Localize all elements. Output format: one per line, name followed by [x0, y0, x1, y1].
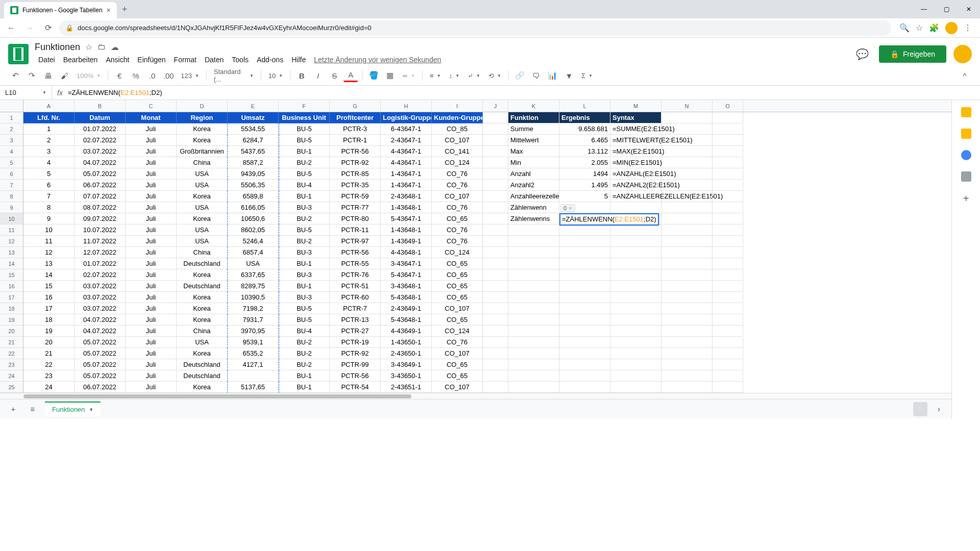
cell[interactable]: 6337,65 [228, 269, 279, 281]
cell[interactable] [483, 191, 508, 202]
cell[interactable] [559, 269, 610, 281]
cell[interactable]: CO_65 [432, 370, 483, 382]
cell[interactable]: CO_107 [432, 382, 483, 393]
cell[interactable]: CO_124 [432, 157, 483, 168]
cell[interactable]: 2-43651-1 [381, 382, 432, 393]
cell[interactable]: Summe [508, 123, 559, 135]
col-header-B[interactable]: B [75, 100, 126, 112]
cell[interactable]: BU-4 [279, 325, 330, 337]
cell[interactable]: Juli [126, 359, 177, 370]
cell[interactable] [610, 258, 662, 269]
zoom-select[interactable]: 100%▼ [74, 69, 104, 82]
cell[interactable] [508, 325, 559, 337]
cell[interactable] [713, 168, 743, 180]
cell[interactable]: Juli [126, 325, 177, 337]
tasks-icon[interactable] [961, 150, 971, 160]
menu-ansicht[interactable]: Ansicht [102, 54, 133, 66]
cell[interactable]: 6284,7 [228, 135, 279, 146]
cell[interactable]: Deutschland [177, 359, 228, 370]
cell[interactable]: PCTR-19 [330, 337, 381, 348]
cell[interactable]: 9539,1 [228, 337, 279, 348]
cell[interactable]: BU-5 [279, 314, 330, 325]
cell[interactable]: Juli [126, 191, 177, 202]
bold-button[interactable]: B [295, 69, 309, 82]
cell[interactable]: BU-3 [279, 202, 330, 213]
cell[interactable]: Juli [126, 258, 177, 269]
cell[interactable] [508, 359, 559, 370]
cell[interactable]: 3-43650-1 [381, 370, 432, 382]
cell[interactable] [713, 359, 743, 370]
cell[interactable]: Lfd. Nr. [23, 112, 75, 123]
browser-menu-icon[interactable]: ⋮ [964, 23, 972, 33]
text-color-button[interactable]: A [344, 69, 358, 82]
url-input[interactable]: 🔒 docs.google.com/spreadsheets/d/1NQxJGA… [59, 20, 891, 36]
strikethrough-button[interactable]: S [327, 69, 341, 82]
font-select[interactable]: Standard (...▼ [211, 69, 257, 82]
cell[interactable]: 4 [23, 157, 75, 168]
cell[interactable]: Deutschland [177, 258, 228, 269]
cell[interactable]: 05.07.2022 [75, 359, 126, 370]
cell[interactable]: Korea [177, 269, 228, 281]
cell[interactable]: CO_107 [432, 348, 483, 359]
cell[interactable]: 9 [23, 213, 75, 224]
cell[interactable]: BU-5 [279, 135, 330, 146]
cell[interactable]: Korea [177, 191, 228, 202]
cell[interactable]: PCTR-1 [330, 135, 381, 146]
cell[interactable] [713, 191, 743, 202]
cell[interactable]: 9.658.681 [559, 123, 610, 135]
cell[interactable]: Juli [126, 281, 177, 292]
cell[interactable]: PCTR-55 [330, 258, 381, 269]
cell[interactable] [610, 247, 662, 258]
cell[interactable] [483, 314, 508, 325]
row-header[interactable]: 23 [0, 359, 23, 370]
filter-button[interactable]: ▼ [562, 69, 576, 82]
cell[interactable] [662, 123, 713, 135]
cell[interactable]: BU-2 [279, 236, 330, 247]
cell[interactable]: CO_65 [432, 269, 483, 281]
merge-button[interactable]: ⬌▼ [399, 69, 418, 82]
cell[interactable] [483, 292, 508, 303]
menu-format[interactable]: Format [170, 54, 200, 66]
cell[interactable] [610, 370, 662, 382]
cell[interactable]: PCTR-35 [330, 180, 381, 191]
cell[interactable]: 06.07.2022 [75, 382, 126, 393]
cell[interactable]: 5-43648-1 [381, 314, 432, 325]
bookmark-icon[interactable]: ☆ [916, 23, 923, 33]
cell[interactable] [662, 325, 713, 337]
cell[interactable] [662, 348, 713, 359]
cell[interactable]: 03.07.2022 [75, 292, 126, 303]
cell[interactable]: Zählenwenns [508, 213, 559, 224]
cell[interactable]: 5-43647-1 [381, 269, 432, 281]
cell[interactable]: Juli [126, 292, 177, 303]
fill-color-button[interactable]: 🪣 [366, 69, 381, 82]
cell[interactable] [610, 281, 662, 292]
cell[interactable]: Syntax [610, 112, 662, 123]
cell[interactable]: Korea [177, 292, 228, 303]
cell[interactable] [228, 370, 279, 382]
extensions-icon[interactable]: 🧩 [929, 23, 939, 33]
cell[interactable] [483, 337, 508, 348]
cell[interactable] [508, 314, 559, 325]
menu-bearbeiten[interactable]: Bearbeiten [60, 54, 102, 66]
chart-button[interactable]: 📊 [546, 69, 560, 82]
row-header[interactable]: 22 [0, 348, 23, 359]
cell[interactable] [713, 180, 743, 191]
cell[interactable]: 5137,65 [228, 382, 279, 393]
cell[interactable] [662, 303, 713, 314]
cell[interactable]: 1.495 [559, 180, 610, 191]
cell[interactable]: Logistik-Gruppe [381, 112, 432, 123]
cell[interactable]: 01.07.2022 [75, 258, 126, 269]
menu-einfuegen[interactable]: Einfügen [134, 54, 169, 66]
reload-button[interactable]: ⟳ [41, 21, 55, 35]
cell[interactable] [483, 146, 508, 157]
borders-button[interactable]: ▦ [383, 69, 397, 82]
paint-format-button[interactable]: 🖌 [57, 69, 71, 82]
cell[interactable] [713, 314, 743, 325]
cell[interactable]: 15 [23, 281, 75, 292]
cell[interactable]: 8289,75 [228, 281, 279, 292]
cell[interactable]: 18 [23, 314, 75, 325]
cell[interactable]: 08.07.2022 [75, 202, 126, 213]
cell[interactable]: 10650,6 [228, 213, 279, 224]
cell[interactable]: BU-1 [279, 370, 330, 382]
cell-editor[interactable]: =ZÄHLENWENN(E2:E1501;D2) [559, 213, 659, 226]
